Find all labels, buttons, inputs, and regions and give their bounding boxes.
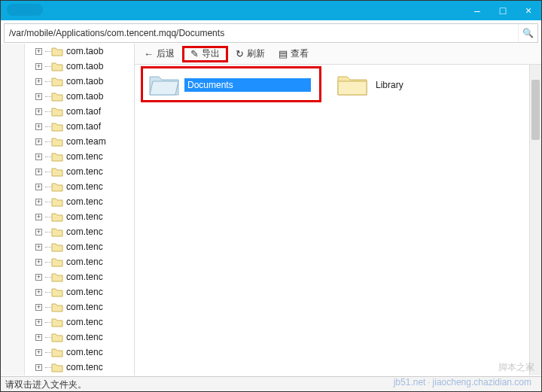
tree-item-label: com.taob xyxy=(66,91,103,102)
content-pane[interactable]: Documents Library xyxy=(135,65,541,375)
expand-icon[interactable]: + xyxy=(35,364,42,371)
export-button[interactable]: ✎ 导出 xyxy=(182,46,228,62)
close-button[interactable]: × xyxy=(516,1,541,20)
tree-item-label: com.tenc xyxy=(66,151,103,162)
tree-item-label: com.tenc xyxy=(66,257,103,267)
tree-item[interactable]: +com.tenc xyxy=(25,254,134,269)
folder-icon xyxy=(51,197,63,207)
folder-icon xyxy=(51,182,63,192)
folder-icon xyxy=(51,257,63,267)
tree-item[interactable]: +com.tenc xyxy=(25,179,134,194)
folder-icon xyxy=(51,302,63,312)
tree-item[interactable]: +com.tenc xyxy=(25,284,134,299)
tree-item[interactable]: +com.tenc xyxy=(25,330,134,345)
scrollbar-thumb[interactable] xyxy=(531,80,540,140)
sidebar-toolstrip xyxy=(1,44,25,375)
tree-item-label: com.tenc xyxy=(66,347,103,357)
expand-icon[interactable]: + xyxy=(35,199,42,205)
folder-icon xyxy=(51,212,63,222)
tree-item[interactable]: +com.tenc xyxy=(25,345,134,360)
tree-item-label: com.tenc xyxy=(66,317,103,327)
tree-item-label: com.taof xyxy=(66,106,101,117)
expand-icon[interactable]: + xyxy=(35,259,42,266)
folder-icon xyxy=(51,287,63,297)
expand-icon[interactable]: + xyxy=(35,123,42,130)
expand-icon[interactable]: + xyxy=(35,169,42,175)
expand-icon[interactable]: + xyxy=(35,319,42,326)
refresh-button[interactable]: ↻ 刷新 xyxy=(230,46,271,62)
tree-item[interactable]: +com.tenc xyxy=(25,209,134,224)
expand-icon[interactable]: + xyxy=(35,274,42,281)
folder-icon xyxy=(51,333,63,342)
tree-item-label: com.taob xyxy=(66,46,103,56)
expand-icon[interactable]: + xyxy=(35,304,42,311)
tree-item-label: com.taob xyxy=(66,76,103,87)
tree-item[interactable]: +com.taob xyxy=(25,89,134,104)
tree-item[interactable]: +com.tenc xyxy=(25,239,134,254)
expand-icon[interactable]: + xyxy=(35,334,42,341)
tree-item[interactable]: +com.tenc xyxy=(25,315,134,330)
vertical-scrollbar[interactable] xyxy=(529,65,541,375)
tree-connector xyxy=(45,172,51,172)
folder-icon xyxy=(51,272,63,282)
expand-icon[interactable]: + xyxy=(35,78,42,85)
tree-item[interactable]: +com.tenc xyxy=(25,194,134,209)
tree-connector xyxy=(45,141,51,142)
tree-item[interactable]: +com.tenc xyxy=(25,149,134,164)
back-label: 后退 xyxy=(157,47,175,60)
expand-icon[interactable]: + xyxy=(35,138,42,145)
folder-icon xyxy=(51,62,63,71)
tree-item-label: com.tenc xyxy=(66,242,103,252)
view-button[interactable]: ▤ 查看 xyxy=(273,46,315,62)
tree-item[interactable]: +com.tenc xyxy=(25,360,134,375)
expand-icon[interactable]: + xyxy=(35,229,42,236)
folder-icon xyxy=(51,242,63,252)
tree-item-label: com.tenc xyxy=(66,181,103,192)
folder-icon xyxy=(51,227,63,237)
highlight-annotation xyxy=(141,66,321,102)
tree-item[interactable]: +com.taof xyxy=(25,119,134,134)
tree-connector xyxy=(45,96,51,97)
expand-icon[interactable]: + xyxy=(35,63,42,70)
folder-label[interactable]: Library xyxy=(373,78,406,92)
expand-icon[interactable]: + xyxy=(35,153,42,160)
minimize-button[interactable]: – xyxy=(464,1,490,20)
folder-icon xyxy=(51,348,63,357)
export-icon: ✎ xyxy=(190,49,199,59)
folder-icon xyxy=(51,167,63,177)
tree-item[interactable]: +com.tenc xyxy=(25,269,134,284)
tree-connector xyxy=(45,337,51,338)
folder-icon xyxy=(51,122,63,132)
expand-icon[interactable]: + xyxy=(35,289,42,296)
tree-connector xyxy=(45,202,51,202)
tree-item[interactable]: +com.tenc xyxy=(25,224,134,239)
expand-icon[interactable]: + xyxy=(35,184,42,190)
tree-connector xyxy=(45,111,51,112)
folder-icon xyxy=(51,77,63,87)
sidebar: +com.taob+com.taob+com.taob+com.taob+com… xyxy=(1,44,135,375)
tree-item-label: com.tenc xyxy=(66,362,103,372)
expand-icon[interactable]: + xyxy=(35,244,42,251)
expand-icon[interactable]: + xyxy=(35,93,42,100)
tree-item[interactable]: +com.taob xyxy=(25,74,134,89)
maximize-button[interactable]: □ xyxy=(490,1,516,20)
folder-tree[interactable]: +com.taob+com.taob+com.taob+com.taob+com… xyxy=(25,44,134,375)
expand-icon[interactable]: + xyxy=(35,349,42,356)
back-button[interactable]: ← 后退 xyxy=(138,46,181,62)
tree-connector xyxy=(45,232,51,232)
toolbar: ← 后退 ✎ 导出 ↻ 刷新 ▤ 查看 xyxy=(135,44,541,65)
tree-item[interactable]: +com.team xyxy=(25,134,134,149)
tree-item[interactable]: +com.tenc xyxy=(25,299,134,315)
tree-item-label: com.tenc xyxy=(66,196,103,207)
folder-icon[interactable] xyxy=(336,72,368,98)
path-input[interactable] xyxy=(5,28,518,38)
expand-icon[interactable]: + xyxy=(35,214,42,220)
tree-item[interactable]: +com.taob xyxy=(25,44,134,59)
tree-item[interactable]: +com.tenc xyxy=(25,164,134,179)
search-icon[interactable]: 🔍 xyxy=(518,24,537,42)
tree-item[interactable]: +com.taob xyxy=(25,59,134,74)
tree-item[interactable]: +com.taof xyxy=(25,104,134,119)
expand-icon[interactable]: + xyxy=(35,108,42,115)
expand-icon[interactable]: + xyxy=(35,48,42,55)
tree-item-label: com.tenc xyxy=(66,287,103,297)
